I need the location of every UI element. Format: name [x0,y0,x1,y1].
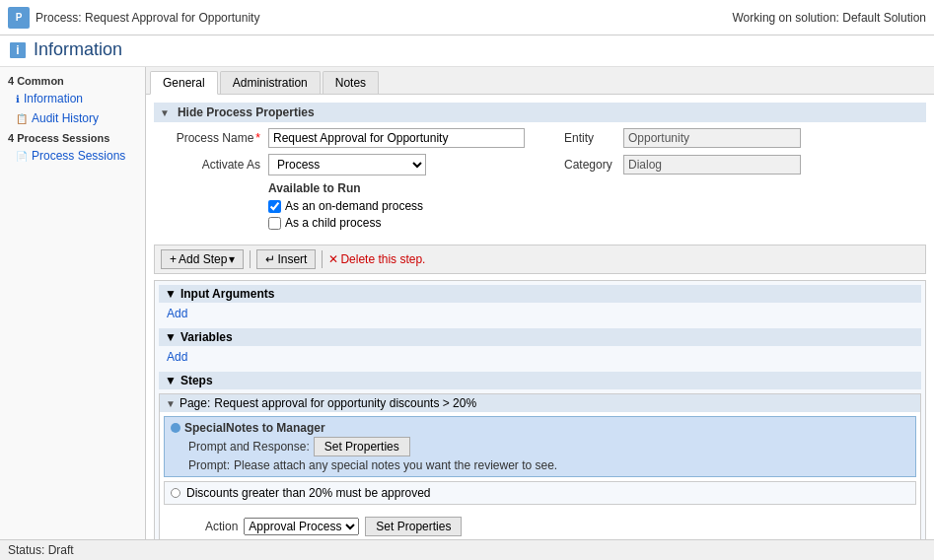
sessions-icon: 📄 [16,151,28,162]
activate-as-row: Activate As Process Category Dialog [154,154,926,175]
checkbox-on-demand-label: As an on-demand process [285,199,423,213]
action-label: Action [205,520,238,533]
sidebar-item-information[interactable]: ℹ Information [0,89,145,108]
tabs: General Administration Notes [146,67,934,95]
sidebar-item-audit-label: Audit History [32,111,99,125]
entity-value: Opportunity [623,128,801,148]
page-title-bar: i Information [0,35,934,67]
action-select[interactable]: Approval Process [244,518,359,535]
process-name-input-wrapper [268,128,525,148]
add-step-button[interactable]: + Add Step ▾ [161,249,244,269]
top-bar-title: Process: Request Approval for Opportunit… [36,11,259,25]
solution-label: Working on solution: Default Solution [732,11,926,25]
process-name-input[interactable] [268,128,525,148]
step-2-label: Discounts greater than 20% must be appro… [186,486,430,500]
step-1-prompt-text-row: Prompt: Please attach any special notes … [188,458,909,472]
steps-body: ▼ Page: Request approval for opportunity… [159,389,921,539]
checkbox-on-demand-row: As an on-demand process [268,199,920,213]
main-layout: 4 Common ℹ Information 📋 Audit History 4… [0,67,934,539]
checkbox-child-label: As a child process [285,216,381,230]
top-bar-left: P Process: Request Approval for Opportun… [8,7,259,29]
hide-process-toggle[interactable]: ▼ [160,107,170,118]
insert-label: Insert [277,252,307,266]
steps-header[interactable]: ▼ Steps [159,372,921,389]
page-toggle[interactable]: ▼ [166,398,176,409]
insert-icon: ↵ [265,252,275,266]
sidebar-section-common: 4 Common [0,71,145,89]
variables-section: ▼ Variables Add [159,328,921,368]
input-arguments-toggle: ▼ [165,287,177,301]
step-2[interactable]: Discounts greater than 20% must be appro… [164,481,916,505]
toolbar-sep-1 [250,250,251,268]
step-1-bullet [171,423,180,433]
add-step-icon: + [170,252,177,266]
svg-text:i: i [16,43,19,57]
tab-notes[interactable]: Notes [323,71,379,94]
info-icon: ℹ [16,94,20,105]
sidebar-item-audit-history[interactable]: 📋 Audit History [0,108,145,128]
activate-as-label: Activate As [160,158,268,172]
page-label: Page: [180,396,210,410]
checkbox-child-row: As a child process [268,216,920,230]
status-label: Status: Draft [8,543,74,557]
available-to-run-title: Available to Run [268,181,920,195]
page-header: ▼ Page: Request approval for opportunity… [160,394,920,412]
steps-area: ▼ Input Arguments Add ▼ Variables Add [154,280,926,539]
hide-process-properties-header: ▼ Hide Process Properties [154,103,926,122]
tab-administration[interactable]: Administration [220,71,321,94]
checkbox-on-demand[interactable] [268,200,281,213]
delete-icon: ✕ [328,252,338,266]
delete-step-button[interactable]: ✕ Delete this step. [328,252,425,266]
process-toolbar: + Add Step ▾ ↵ Insert ✕ Delete this step… [154,245,926,274]
toolbar-sep-2 [322,250,323,268]
page-row: ▼ Page: Request approval for opportunity… [159,393,921,539]
prompt-text: Please attach any special notes you want… [234,458,557,472]
process-name-label: Process Name* [160,131,268,145]
info-page-icon: i [8,40,28,60]
activate-as-input-wrapper: Process [268,154,525,175]
variables-toggle: ▼ [165,330,177,344]
step-2-bullet [171,488,180,498]
delete-label: Delete this step. [340,252,425,266]
step-2-action-row: Action Approval Process Set Properties [160,509,920,539]
step-1[interactable]: SpecialNotes to Manager Prompt and Respo… [164,416,916,477]
variables-body: Add [159,346,921,368]
input-arguments-body: Add [159,303,921,324]
checkbox-child[interactable] [268,217,281,230]
top-bar: P Process: Request Approval for Opportun… [0,0,934,35]
variables-label: Variables [180,330,233,344]
status-bar: Status: Draft [0,539,934,560]
step-1-header-row: SpecialNotes to Manager [171,421,909,435]
prompt-label: Prompt: [188,458,230,472]
process-icon: P [8,7,30,29]
activate-as-select-wrapper: Process [268,154,525,175]
entity-label: Entity [564,131,623,145]
action-row: Action Approval Process Set Properties [187,517,912,536]
step-2-set-properties-btn[interactable]: Set Properties [365,517,462,536]
step-1-set-properties-btn[interactable]: Set Properties [314,437,410,456]
add-step-label: Add Step [179,252,227,266]
steps-label: Steps [180,374,213,387]
insert-button[interactable]: ↵ Insert [256,249,316,269]
input-arguments-label: Input Arguments [180,287,275,301]
input-arguments-header[interactable]: ▼ Input Arguments [159,285,921,303]
sidebar-item-process-sessions[interactable]: 📄 Process Sessions [0,146,145,166]
form-area: ▼ Hide Process Properties Process Name* … [146,95,934,539]
audit-icon: 📋 [16,113,28,124]
step-1-prompt-row: Prompt and Response: Set Properties [188,437,909,456]
prompt-response-label: Prompt and Response: [188,440,310,454]
step-1-label: SpecialNotes to Manager [184,421,325,435]
hide-process-label: Hide Process Properties [178,105,315,119]
sidebar-item-information-label: Information [24,92,83,105]
sidebar: 4 Common ℹ Information 📋 Audit History 4… [0,67,146,539]
input-arguments-add-link[interactable]: Add [167,307,187,320]
category-label: Category [564,158,623,172]
steps-section: ▼ Steps ▼ Page: Request approval for opp… [159,372,921,539]
variables-header[interactable]: ▼ Variables [159,328,921,346]
sidebar-section-process-sessions: 4 Process Sessions [0,128,145,146]
activate-as-select[interactable]: Process [268,154,426,175]
sidebar-item-process-sessions-label: Process Sessions [32,149,125,163]
variables-add-link[interactable]: Add [167,350,187,364]
page-title: Request approval for opportunity discoun… [214,396,476,410]
tab-general[interactable]: General [150,71,218,95]
